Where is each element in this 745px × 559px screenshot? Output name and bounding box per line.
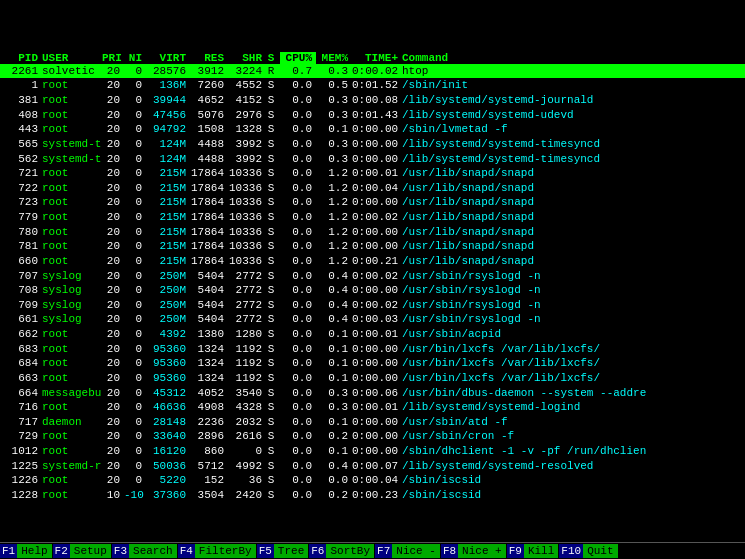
cell-user: systemd-t <box>42 152 102 167</box>
cell-user: root <box>42 254 102 269</box>
footer-quit-button[interactable]: F10Quit <box>559 544 618 558</box>
footer-help-button[interactable]: F1Help <box>0 544 53 558</box>
table-row[interactable]: 729 root 20 0 33640 2896 2616 S 0.0 0.2 … <box>0 429 745 444</box>
footer-kill-button[interactable]: F9Kill <box>507 544 560 558</box>
cell-cpu: 0.0 <box>280 254 316 269</box>
cell-shr: 2032 <box>228 415 266 430</box>
cell-ni: 0 <box>124 386 146 401</box>
table-row[interactable]: 1228 root 10 -10 37360 3504 2420 S 0.0 0… <box>0 488 745 503</box>
col-cpu: CPU% <box>280 52 316 64</box>
cell-user: syslog <box>42 312 102 327</box>
cell-cmd: /sbin/iscsid <box>402 473 741 488</box>
cell-cmd: /usr/lib/snapd/snapd <box>402 210 741 225</box>
cell-pid: 708 <box>4 283 42 298</box>
cell-s: S <box>266 269 280 284</box>
table-row[interactable]: 779 root 20 0 215M 17864 10336 S 0.0 1.2… <box>0 210 745 225</box>
table-row[interactable]: 684 root 20 0 95360 1324 1192 S 0.0 0.1 … <box>0 356 745 371</box>
table-row[interactable]: 381 root 20 0 39944 4652 4152 S 0.0 0.3 … <box>0 93 745 108</box>
cell-mem: 0.4 <box>316 298 352 313</box>
cell-time: 0:00.00 <box>352 122 402 137</box>
footer-nice --button[interactable]: F7Nice - <box>375 544 441 558</box>
table-row[interactable]: 707 syslog 20 0 250M 5404 2772 S 0.0 0.4… <box>0 269 745 284</box>
cell-cmd: /sbin/init <box>402 78 741 93</box>
cell-user: systemd-r <box>42 459 102 474</box>
fn-label: SortBy <box>326 544 374 558</box>
table-row[interactable]: 1226 root 20 0 5220 152 36 S 0.0 0.0 0:0… <box>0 473 745 488</box>
table-row[interactable]: 708 syslog 20 0 250M 5404 2772 S 0.0 0.4… <box>0 283 745 298</box>
table-row[interactable]: 716 root 20 0 46636 4908 4328 S 0.0 0.3 … <box>0 400 745 415</box>
table-row[interactable]: 683 root 20 0 95360 1324 1192 S 0.0 0.1 … <box>0 342 745 357</box>
cell-cmd: /usr/sbin/rsyslogd -n <box>402 298 741 313</box>
table-row[interactable]: 722 root 20 0 215M 17864 10336 S 0.0 1.2… <box>0 181 745 196</box>
footer-sortby-button[interactable]: F6SortBy <box>309 544 375 558</box>
table-row[interactable]: 660 root 20 0 215M 17864 10336 S 0.0 1.2… <box>0 254 745 269</box>
footer-filterby-button[interactable]: F4FilterBy <box>178 544 257 558</box>
footer-nice +-button[interactable]: F8Nice + <box>441 544 507 558</box>
cell-shr: 3992 <box>228 152 266 167</box>
table-row[interactable]: 1225 systemd-r 20 0 50036 5712 4992 S 0.… <box>0 459 745 474</box>
cell-pid: 707 <box>4 269 42 284</box>
table-row[interactable]: 709 syslog 20 0 250M 5404 2772 S 0.0 0.4… <box>0 298 745 313</box>
header <box>0 0 745 50</box>
cell-ni: 0 <box>124 152 146 167</box>
cell-mem: 0.3 <box>316 93 352 108</box>
cell-time: 0:00.04 <box>352 473 402 488</box>
fn-label: Tree <box>274 544 308 558</box>
cell-ni: 0 <box>124 459 146 474</box>
cell-shr: 4152 <box>228 93 266 108</box>
table-row[interactable]: 1 root 20 0 136M 7260 4552 S 0.0 0.5 0:0… <box>0 78 745 93</box>
table-row[interactable]: 1012 root 20 0 16120 860 0 S 0.0 0.1 0:0… <box>0 444 745 459</box>
cell-pri: 20 <box>102 312 124 327</box>
table-row[interactable]: 663 root 20 0 95360 1324 1192 S 0.0 0.1 … <box>0 371 745 386</box>
table-row[interactable]: 780 root 20 0 215M 17864 10336 S 0.0 1.2… <box>0 225 745 240</box>
cell-time: 0:00.06 <box>352 386 402 401</box>
table-row[interactable]: 408 root 20 0 47456 5076 2976 S 0.0 0.3 … <box>0 108 745 123</box>
cell-ni: -10 <box>124 488 146 503</box>
footer-search-button[interactable]: F3Search <box>112 544 178 558</box>
cell-cpu: 0.0 <box>280 225 316 240</box>
table-row[interactable]: 443 root 20 0 94792 1508 1328 S 0.0 0.1 … <box>0 122 745 137</box>
cell-s: S <box>266 298 280 313</box>
cell-s: S <box>266 108 280 123</box>
cell-mem: 0.3 <box>316 108 352 123</box>
cell-res: 4488 <box>190 152 228 167</box>
footer-tree-button[interactable]: F5Tree <box>257 544 310 558</box>
cell-time: 0:00.23 <box>352 488 402 503</box>
cell-user: root <box>42 400 102 415</box>
cell-s: S <box>266 210 280 225</box>
table-row[interactable]: 2261 solvetic 20 0 28576 3912 3224 R 0.7… <box>0 64 745 79</box>
table-row[interactable]: 723 root 20 0 215M 17864 10336 S 0.0 1.2… <box>0 195 745 210</box>
table-row[interactable]: 664 messagebu 20 0 45312 4052 3540 S 0.0… <box>0 386 745 401</box>
cell-ni: 0 <box>124 195 146 210</box>
cell-ni: 0 <box>124 327 146 342</box>
cell-pid: 661 <box>4 312 42 327</box>
cell-pid: 1 <box>4 78 42 93</box>
cell-cpu: 0.7 <box>280 64 316 79</box>
cell-cmd: /usr/sbin/rsyslogd -n <box>402 283 741 298</box>
cell-cmd: /usr/lib/snapd/snapd <box>402 225 741 240</box>
cell-mem: 0.1 <box>316 415 352 430</box>
col-ni: NI <box>124 52 146 64</box>
cell-shr: 1280 <box>228 327 266 342</box>
cell-ni: 0 <box>124 444 146 459</box>
cell-pid: 683 <box>4 342 42 357</box>
process-list: 2261 solvetic 20 0 28576 3912 3224 R 0.7… <box>0 64 745 542</box>
cell-time: 0:00.01 <box>352 166 402 181</box>
table-row[interactable]: 661 syslog 20 0 250M 5404 2772 S 0.0 0.4… <box>0 312 745 327</box>
table-row[interactable]: 562 systemd-t 20 0 124M 4488 3992 S 0.0 … <box>0 152 745 167</box>
table-row[interactable]: 781 root 20 0 215M 17864 10336 S 0.0 1.2… <box>0 239 745 254</box>
table-row[interactable]: 717 daemon 20 0 28148 2236 2032 S 0.0 0.… <box>0 415 745 430</box>
cell-time: 0:00.03 <box>352 312 402 327</box>
table-row[interactable]: 721 root 20 0 215M 17864 10336 S 0.0 1.2… <box>0 166 745 181</box>
cell-res: 860 <box>190 444 228 459</box>
cell-cpu: 0.0 <box>280 298 316 313</box>
table-row[interactable]: 565 systemd-t 20 0 124M 4488 3992 S 0.0 … <box>0 137 745 152</box>
cell-pri: 20 <box>102 166 124 181</box>
cell-pri: 20 <box>102 415 124 430</box>
footer-setup-button[interactable]: F2Setup <box>53 544 112 558</box>
table-row[interactable]: 662 root 20 0 4392 1380 1280 S 0.0 0.1 0… <box>0 327 745 342</box>
cell-shr: 2772 <box>228 312 266 327</box>
cell-cpu: 0.0 <box>280 342 316 357</box>
cell-res: 1324 <box>190 342 228 357</box>
cell-mem: 0.1 <box>316 122 352 137</box>
